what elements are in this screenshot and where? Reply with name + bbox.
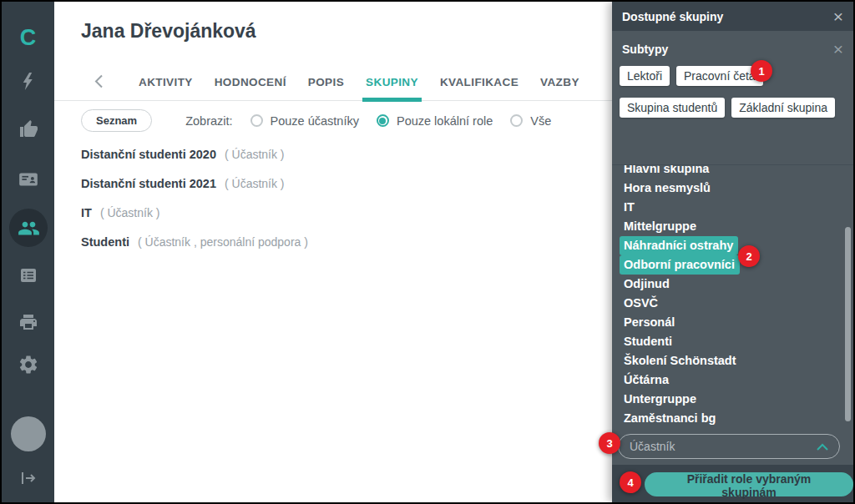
close-icon[interactable]: × [833, 8, 843, 25]
thumbs-up-icon [18, 119, 38, 139]
sidebar: C [2, 2, 54, 502]
subtype-chips-row2: Skupina studentůZákladní skupina [612, 98, 853, 118]
subtype-chip[interactable]: Základní skupina [731, 98, 835, 118]
group-list-item[interactable]: Náhradníci ostrahy [620, 236, 738, 255]
subtype-chip[interactable]: Lektoři [620, 66, 670, 86]
role-input[interactable] [630, 440, 817, 453]
group-list-item[interactable]: Studenti [612, 332, 853, 351]
tab[interactable]: HODNOCENÍ [204, 63, 297, 101]
radio-label: Vše [530, 114, 551, 128]
group-list-item[interactable]: Odjinud [612, 275, 853, 294]
group-name: Distanční studenti 2020 [81, 148, 216, 161]
sidebar-item-logout[interactable] [2, 460, 54, 496]
annotation-badge-2: 2 [738, 245, 760, 267]
page-title: Jana Dřevojánková [81, 20, 256, 43]
tab[interactable]: SKUPINY [355, 63, 429, 101]
annotation-badge-3: 3 [599, 432, 620, 454]
group-list-item[interactable]: IT [612, 198, 853, 217]
filter-bar: Seznam Zobrazit: Pouze účastníky Pouze l… [81, 109, 551, 132]
annotation-badge-1: 1 [751, 60, 772, 82]
group-list-item[interactable]: Mittelgruppe [612, 217, 853, 236]
group-roles: ( Účastník , personální podpora ) [138, 235, 308, 249]
subtypes-close-icon[interactable]: × [833, 40, 843, 58]
sidebar-item-profile[interactable] [2, 416, 54, 452]
tab[interactable]: AKTIVITY [128, 63, 204, 101]
subtypes-section: Subtypy × LektořiPracovní četa Skupina s… [612, 31, 853, 165]
group-row[interactable]: IT ( Účastník ) [81, 198, 599, 227]
tab-bar: AKTIVITY HODNOCENÍ POPIS SKUPINY KVALIFI… [54, 63, 612, 101]
subtype-chip[interactable]: Skupina studentů [620, 98, 725, 118]
group-list-item[interactable]: Hlavní skupina [612, 165, 853, 179]
table-icon [18, 265, 38, 285]
show-label: Zobrazit: [185, 114, 232, 128]
gear-icon [18, 354, 39, 375]
app-window: C [2, 2, 853, 502]
radio-circle-icon[interactable] [250, 114, 263, 127]
group-list-item[interactable]: Zaměstnanci bg [612, 409, 853, 427]
sidebar-item-print[interactable] [2, 304, 54, 340]
group-list-item[interactable]: Untergruppe [612, 390, 853, 409]
group-list-item[interactable]: Hora nesmyslů [612, 179, 853, 198]
chevron-up-icon[interactable] [817, 443, 828, 451]
tab[interactable]: KVALIFIKACE [429, 63, 529, 101]
app-logo[interactable]: C [2, 19, 54, 56]
radio-circle-icon[interactable] [377, 114, 389, 127]
list-view-button[interactable]: Seznam [81, 109, 152, 132]
group-row[interactable]: Distanční studenti 2020 ( Účastník ) [81, 139, 599, 169]
group-list-item[interactable]: Odborní pracovníci [620, 255, 740, 275]
subtype-chips-row1: LektořiPracovní četa [612, 66, 853, 86]
printer-icon [18, 312, 38, 332]
flash-icon [18, 71, 38, 92]
group-list-item[interactable]: OSVČ [612, 294, 853, 313]
id-card-icon [18, 169, 39, 190]
radio-circle-icon[interactable] [510, 114, 523, 127]
group-roles: ( Účastník ) [225, 148, 285, 161]
sidebar-item-activities[interactable] [2, 63, 54, 99]
available-groups-list: Hlavní skupina Hora nesmyslů IT Mittelgr… [612, 165, 853, 427]
group-list-item[interactable]: Školení Schönstadt [612, 351, 853, 370]
group-list-item[interactable]: Účtárna [612, 370, 853, 390]
tabs: AKTIVITY HODNOCENÍ POPIS SKUPINY KVALIFI… [128, 63, 590, 101]
chevron-left-icon [94, 74, 104, 88]
radio-option[interactable]: Pouze účastníky [250, 114, 359, 128]
tab[interactable]: POPIS [297, 63, 355, 101]
panel-title: Dostupné skupiny [622, 10, 723, 23]
group-roles: ( Účastník ) [100, 206, 160, 219]
radio-option[interactable]: Vše [510, 114, 551, 128]
group-row[interactable]: Distanční studenti 2021 ( Účastník ) [81, 169, 599, 198]
assigned-groups-list: Distanční studenti 2020 ( Účastník ) Dis… [81, 139, 599, 256]
sidebar-item-cards[interactable] [2, 161, 54, 198]
group-row[interactable]: Studenti ( Účastník , personální podpora… [81, 227, 599, 256]
logout-icon [18, 468, 38, 488]
group-roles: ( Účastník ) [225, 177, 285, 190]
annotation-badge-4: 4 [620, 471, 641, 493]
main-content: Jana Dřevojánková AKTIVITY HODNOCENÍ POP… [54, 2, 612, 502]
radio-label: Pouze účastníky [271, 114, 359, 128]
people-icon [18, 217, 40, 239]
radio-option[interactable]: Pouze lokální role [377, 114, 493, 128]
radio-label: Pouze lokální role [397, 114, 493, 128]
show-filter-radios: Pouze účastníky Pouze lokální role Vše [233, 114, 552, 128]
group-name: Studenti [81, 235, 129, 249]
panel-header: Dostupné skupiny × [612, 2, 853, 31]
tab[interactable]: VAZBY [529, 63, 590, 101]
sidebar-item-tables[interactable] [2, 257, 54, 294]
assign-roles-button[interactable]: Přiřadit role vybraným skupinám [645, 472, 853, 496]
available-groups-panel: Dostupné skupiny × Subtypy × LektořiPrac… [612, 2, 853, 502]
sidebar-item-settings[interactable] [2, 346, 54, 383]
avatar [11, 416, 46, 451]
role-select-field[interactable] [618, 434, 840, 459]
group-name: IT [81, 206, 92, 219]
group-name: Distanční studenti 2021 [81, 177, 216, 190]
logo-c: C [20, 25, 37, 51]
back-button[interactable] [89, 69, 108, 94]
group-list-item[interactable]: Personál [612, 313, 853, 332]
sidebar-item-ratings[interactable] [2, 111, 54, 148]
sidebar-item-people-active[interactable] [9, 209, 48, 247]
subtypes-title: Subtypy [622, 43, 668, 56]
scrollbar-thumb[interactable] [845, 227, 851, 421]
